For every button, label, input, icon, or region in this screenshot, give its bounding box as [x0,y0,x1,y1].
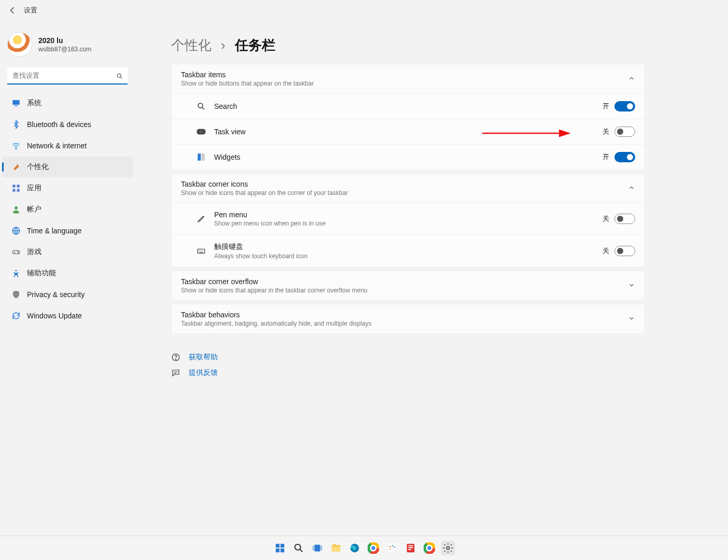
sidebar-item-monitor[interactable]: 系统 [2,93,133,114]
toggle-task-view[interactable] [614,127,635,137]
apps-icon [11,184,21,193]
sidebar-item-person[interactable]: 帐户 [2,199,133,220]
taskbar-paint[interactable] [385,541,399,555]
svg-point-22 [175,359,176,359]
sidebar: 2020 lu wslbb87@163.com 系统Bluetooth & de… [0,26,135,534]
chevron-up-icon [628,75,635,83]
svg-point-11 [17,251,18,253]
sidebar-item-apps[interactable]: 应用 [2,178,133,199]
link-help[interactable]: 获取帮助 [171,349,645,365]
taskbar-taskview[interactable] [310,541,325,555]
taskbar-search[interactable] [291,541,306,555]
section-header-corner-overflow[interactable]: Taskbar corner overflowShow or hide icon… [172,271,645,300]
sidebar-item-label: Privacy & security [27,290,85,299]
section-title: Taskbar corner icons [181,180,348,188]
user-name: 2020 lu [38,36,91,45]
row-label: Widgets [214,153,241,161]
svg-rect-25 [281,544,284,548]
section-title: Taskbar behaviors [181,311,372,319]
link-feedback[interactable]: 提供反馈 [171,365,645,381]
search-icon [116,73,123,80]
svg-rect-19 [202,153,205,161]
back-button[interactable] [7,5,18,16]
svg-point-8 [15,206,18,209]
section-corner-icons: Taskbar corner iconsShow or hide icons t… [171,173,645,268]
sidebar-item-update[interactable]: Windows Update [2,305,133,326]
svg-point-40 [392,545,394,547]
row-label: Task view [214,128,246,136]
toggle-search[interactable] [614,101,635,111]
svg-rect-16 [198,130,199,133]
section-header-taskbar-items[interactable]: Taskbar itemsShow or hide buttons that a… [172,64,645,93]
sidebar-item-label: 系统 [27,99,41,108]
section-taskbar-items: Taskbar itemsShow or hide buttons that a… [171,64,645,170]
keyboard-icon [197,246,206,256]
section-title: Taskbar items [181,71,314,79]
row-label: Search [214,102,237,110]
breadcrumb-parent[interactable]: 个性化 [171,36,212,54]
svg-point-51 [427,546,431,550]
user-email: wslbb87@163.com [38,46,91,53]
feedback-icon [171,368,180,377]
section-header-corner-icons[interactable]: Taskbar corner iconsShow or hide icons t… [172,174,645,203]
taskbar-settings[interactable] [441,541,455,555]
svg-rect-2 [15,106,18,107]
svg-point-41 [394,547,395,548]
toggle-widgets[interactable] [614,152,635,162]
toggle-触摸键盘[interactable] [614,246,635,256]
svg-rect-46 [408,549,411,550]
taskbar-office[interactable] [403,541,418,555]
user-block[interactable]: 2020 lu wslbb87@163.com [0,29,135,67]
row-sublabel: Always show touch keyboard icon [214,253,307,260]
sidebar-item-gamepad[interactable]: 游戏 [2,242,133,262]
row-pen-menu: Pen menuShow pen menu icon when pen is i… [172,203,645,234]
toggle-pen-menu[interactable] [614,214,635,224]
shield-icon [11,290,21,299]
svg-point-14 [198,103,203,108]
accessibility-icon [11,269,21,278]
taskbar-explorer[interactable] [329,541,343,555]
search-box[interactable] [7,67,128,85]
svg-rect-45 [408,547,413,548]
sidebar-item-label: 帐户 [27,205,41,214]
sidebar-item-globe[interactable]: Time & language [2,220,133,241]
toggle-state-label: 开 [603,102,609,111]
help-icon [171,353,180,362]
section-header-behaviors[interactable]: Taskbar behaviorsTaskbar alignment, badg… [172,304,645,333]
header: 设置 [7,5,37,16]
svg-rect-6 [12,189,15,192]
taskbar-chrome[interactable] [366,541,381,555]
taskbar-edge[interactable] [347,541,362,555]
sidebar-item-wifi[interactable]: Network & internet [2,135,133,156]
person-icon [11,205,21,214]
svg-point-38 [371,546,375,550]
svg-rect-17 [204,130,205,133]
section-desc: Show or hide icons that appear on the co… [181,189,348,197]
sidebar-item-label: 个性化 [27,162,49,172]
windows-taskbar [0,536,728,560]
row-widgets: Widgets开 [172,144,645,170]
sidebar-item-accessibility[interactable]: 辅助功能 [2,263,133,284]
brush-icon [11,162,21,172]
breadcrumb-current: 任务栏 [235,36,275,54]
svg-point-12 [18,253,19,254]
sidebar-item-label: 辅助功能 [27,269,56,278]
chevron-down-icon [628,282,635,290]
breadcrumb: 个性化 › 任务栏 [171,36,645,54]
toggle-state-label: 开 [603,152,609,162]
sidebar-item-brush[interactable]: 个性化 [2,157,133,177]
svg-rect-30 [313,545,314,550]
widgets-icon [197,152,206,162]
sidebar-item-shield[interactable]: Privacy & security [2,284,133,305]
search-input[interactable] [7,67,128,85]
sidebar-item-bluetooth[interactable]: Bluetooth & devices [2,114,133,135]
svg-point-39 [389,546,391,548]
taskbar-chrome2[interactable] [422,541,437,555]
wifi-icon [11,141,21,150]
toggle-state-label: 关 [603,214,609,223]
globe-icon [11,226,21,235]
toggle-state-label: 关 [603,127,609,136]
taskbar-start[interactable] [273,541,287,555]
breadcrumb-separator: › [221,37,226,53]
svg-point-52 [446,547,450,550]
